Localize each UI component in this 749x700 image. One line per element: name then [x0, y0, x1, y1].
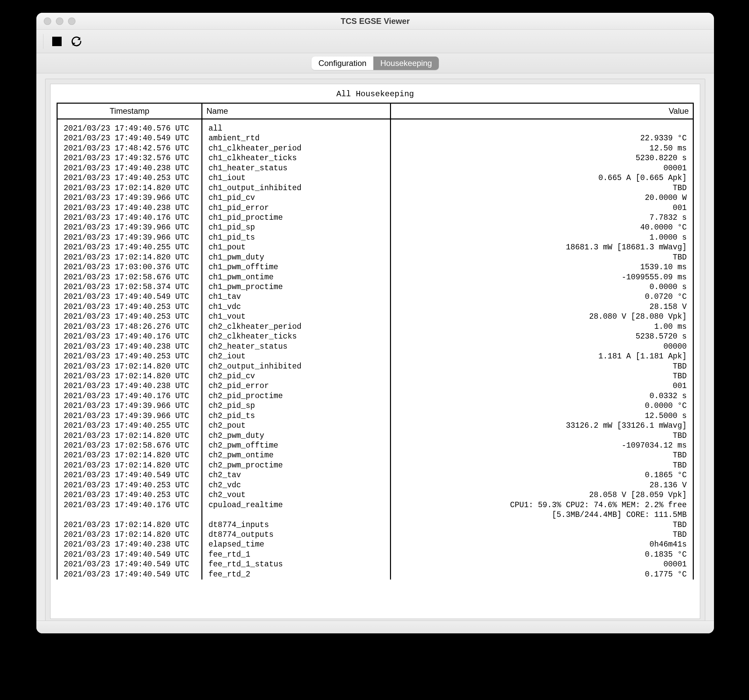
table-row[interactable]: 2021/03/23 17:49:40.253 UTCch1_vout28.08…: [57, 312, 694, 322]
cell-value: 0.0332 s: [391, 391, 694, 401]
cell-value: [5.3MB/244.4MB] CORE: 111.5MB: [391, 510, 694, 520]
application-window: TCS EGSE Viewer Configuration Housekeepi…: [37, 13, 714, 633]
table-row[interactable]: 2021/03/23 17:49:40.238 UTCch2_heater_st…: [57, 342, 694, 351]
cell-name: ch2_pwm_duty: [202, 431, 391, 441]
cell-value: 40.0000 °C: [391, 223, 694, 233]
table-row[interactable]: 2021/03/23 17:49:40.176 UTCch2_pid_proct…: [57, 391, 694, 401]
table-row[interactable]: 2021/03/23 17:48:26.276 UTCch2_clkheater…: [57, 322, 694, 331]
cell-value: 7.7832 s: [391, 213, 694, 223]
cell-value: 00000: [391, 342, 694, 351]
table-container[interactable]: Timestamp Name Value 2021/03/23 17:49:40…: [50, 103, 700, 619]
table-row[interactable]: 2021/03/23 17:49:39.966 UTCch1_pid_ts1.0…: [57, 233, 694, 242]
maximize-window-button[interactable]: [68, 17, 75, 25]
table-row[interactable]: 2021/03/23 17:49:39.966 UTCch2_pid_ts12.…: [57, 411, 694, 421]
tab-configuration[interactable]: Configuration: [312, 56, 373, 70]
table-row[interactable]: 2021/03/23 17:02:14.820 UTCch2_pwm_ontim…: [57, 451, 694, 461]
cell-name: ch1_clkheater_ticks: [202, 154, 391, 163]
table-row[interactable]: 2021/03/23 17:02:58.676 UTCch2_pwm_offti…: [57, 441, 694, 451]
table-row[interactable]: 2021/03/23 17:49:40.238 UTCch1_pid_error…: [57, 203, 694, 213]
table-row[interactable]: 2021/03/23 17:49:40.255 UTCch2_pout33126…: [57, 421, 694, 431]
table-row[interactable]: 2021/03/23 17:49:40.253 UTCch1_iout0.665…: [57, 173, 694, 183]
close-window-button[interactable]: [44, 17, 51, 25]
table-row[interactable]: 2021/03/23 17:49:40.255 UTCch1_pout18681…: [57, 242, 694, 252]
column-header-value[interactable]: Value: [391, 103, 694, 119]
toolbar: [37, 30, 714, 53]
cell-name: ch2_pid_cv: [202, 371, 391, 381]
table-row[interactable]: 2021/03/23 17:49:40.576 UTCall: [57, 119, 694, 134]
cell-name: ch1_clkheater_period: [202, 143, 391, 153]
table-row[interactable]: 2021/03/23 17:49:40.253 UTCch1_vdc28.158…: [57, 302, 694, 312]
table-row[interactable]: 2021/03/23 17:02:14.820 UTCch2_pwm_dutyT…: [57, 431, 694, 441]
cell-timestamp: 2021/03/23 17:02:14.820 UTC: [57, 431, 202, 441]
table-row[interactable]: 2021/03/23 17:49:40.549 UTCch2_tav0.1865…: [57, 470, 694, 480]
cell-name: fee_rtd_1: [202, 549, 391, 559]
cell-name: ch2_pwm_offtime: [202, 441, 391, 451]
table-row[interactable]: 2021/03/23 17:49:40.238 UTCelapsed_time0…: [57, 540, 694, 549]
table-row[interactable]: 2021/03/23 17:49:39.966 UTCch1_pid_sp40.…: [57, 223, 694, 233]
cell-timestamp: 2021/03/23 17:49:40.253 UTC: [57, 173, 202, 183]
table-row[interactable]: 2021/03/23 17:02:58.676 UTCch1_pwm_ontim…: [57, 272, 694, 282]
table-row[interactable]: 2021/03/23 17:49:39.966 UTCch2_pid_sp0.0…: [57, 401, 694, 411]
column-header-timestamp[interactable]: Timestamp: [57, 103, 202, 119]
table-row[interactable]: 2021/03/23 17:49:40.549 UTCfee_rtd_10.18…: [57, 549, 694, 559]
cell-timestamp: 2021/03/23 17:02:14.820 UTC: [57, 371, 202, 381]
table-row[interactable]: 2021/03/23 17:02:14.820 UTCch2_output_in…: [57, 361, 694, 371]
table-row[interactable]: 2021/03/23 17:03:00.376 UTCch1_pwm_offti…: [57, 262, 694, 272]
cell-timestamp: 2021/03/23 17:49:40.253 UTC: [57, 312, 202, 322]
table-row[interactable]: 2021/03/23 17:49:40.549 UTCambient_rtd22…: [57, 134, 694, 143]
content-area: All Housekeeping Timestamp Name Value: [45, 79, 705, 624]
table-row[interactable]: 2021/03/23 17:02:14.820 UTCdt8774_inputs…: [57, 520, 694, 530]
table-row[interactable]: 2021/03/23 17:49:40.176 UTCch2_clkheater…: [57, 332, 694, 342]
table-row[interactable]: 2021/03/23 17:49:40.253 UTCch2_vdc28.136…: [57, 480, 694, 490]
table-row[interactable]: 2021/03/23 17:02:14.820 UTCch2_pid_cvTBD: [57, 371, 694, 381]
table-row[interactable]: 2021/03/23 17:49:40.549 UTCch1_tav0.0720…: [57, 292, 694, 302]
cell-value: 1.00 ms: [391, 322, 694, 331]
cell-name: all: [202, 119, 391, 134]
cell-name: ch1_heater_status: [202, 163, 391, 173]
cell-value: 28.058 V [28.059 Vpk]: [391, 490, 694, 500]
table-row[interactable]: 2021/03/23 17:49:40.238 UTCch2_pid_error…: [57, 381, 694, 391]
toolbar-separator: [43, 34, 43, 49]
cell-name: ch2_tav: [202, 470, 391, 480]
panel-title: All Housekeeping: [50, 84, 700, 103]
cell-name: ch2_iout: [202, 352, 391, 361]
table-row[interactable]: 2021/03/23 17:49:40.176 UTCcpuload_realt…: [57, 500, 694, 510]
cell-value: 1.0000 s: [391, 233, 694, 242]
cell-timestamp: 2021/03/23 17:49:40.253 UTC: [57, 480, 202, 490]
table-row[interactable]: 2021/03/23 17:48:42.576 UTCch1_clkheater…: [57, 143, 694, 153]
tab-housekeeping[interactable]: Housekeeping: [373, 56, 439, 70]
cell-name: ch1_pid_error: [202, 203, 391, 213]
cell-value: 33126.2 mW [33126.1 mWavg]: [391, 421, 694, 431]
minimize-window-button[interactable]: [56, 17, 63, 25]
cell-value: TBD: [391, 451, 694, 461]
table-row[interactable]: 2021/03/23 17:02:14.820 UTCdt8774_output…: [57, 530, 694, 540]
window-title: TCS EGSE Viewer: [37, 17, 714, 26]
cell-timestamp: 2021/03/23 17:02:14.820 UTC: [57, 530, 202, 540]
table-row[interactable]: 2021/03/23 17:49:39.966 UTCch1_pid_cv20.…: [57, 193, 694, 203]
cell-timestamp: 2021/03/23 17:49:40.255 UTC: [57, 421, 202, 431]
table-row[interactable]: 2021/03/23 17:49:32.576 UTCch1_clkheater…: [57, 154, 694, 163]
cell-value: -1097034.12 ms: [391, 441, 694, 451]
stop-icon[interactable]: [52, 37, 62, 46]
cell-name: ch1_pwm_ontime: [202, 272, 391, 282]
table-row[interactable]: 2021/03/23 17:02:14.820 UTCch1_output_in…: [57, 183, 694, 193]
table-row[interactable]: 2021/03/23 17:49:40.549 UTCfee_rtd_1_sta…: [57, 560, 694, 569]
cell-timestamp: 2021/03/23 17:49:32.576 UTC: [57, 154, 202, 163]
table-row[interactable]: [5.3MB/244.4MB] CORE: 111.5MB: [57, 510, 694, 520]
table-row[interactable]: 2021/03/23 17:49:40.238 UTCch1_heater_st…: [57, 163, 694, 173]
refresh-icon[interactable]: [70, 35, 83, 47]
column-header-name[interactable]: Name: [202, 103, 391, 119]
table-row[interactable]: 2021/03/23 17:02:14.820 UTCch1_pwm_dutyT…: [57, 252, 694, 262]
table-row[interactable]: 2021/03/23 17:49:40.253 UTCch2_iout1.181…: [57, 352, 694, 361]
table-row[interactable]: 2021/03/23 17:49:40.253 UTCch2_vout28.05…: [57, 490, 694, 500]
table-row[interactable]: 2021/03/23 17:02:58.374 UTCch1_pwm_proct…: [57, 282, 694, 292]
table-row[interactable]: 2021/03/23 17:02:14.820 UTCch2_pwm_proct…: [57, 461, 694, 470]
cell-name: ch1_vout: [202, 312, 391, 322]
cell-name: ch2_vout: [202, 490, 391, 500]
table-row[interactable]: 2021/03/23 17:49:40.176 UTCch1_pid_proct…: [57, 213, 694, 223]
table-row[interactable]: 2021/03/23 17:49:40.549 UTCfee_rtd_20.17…: [57, 569, 694, 579]
cell-name: ch2_pid_ts: [202, 411, 391, 421]
table-header-row: Timestamp Name Value: [57, 103, 694, 119]
cell-timestamp: 2021/03/23 17:49:40.549 UTC: [57, 470, 202, 480]
cell-name: elapsed_time: [202, 540, 391, 549]
